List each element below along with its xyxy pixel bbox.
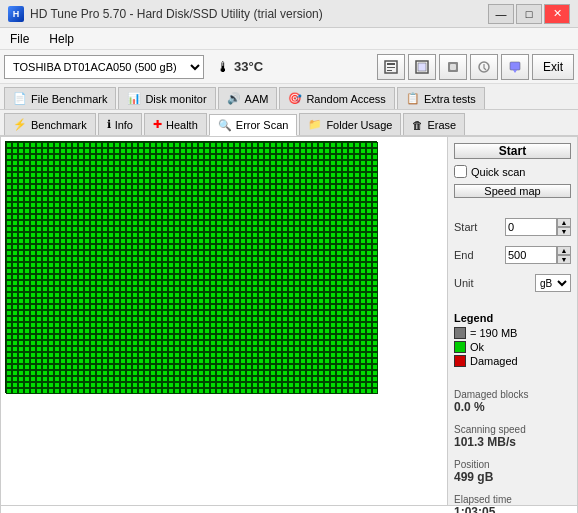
speed-map-button[interactable]: Speed map bbox=[454, 184, 571, 198]
temp-icon: 🌡 bbox=[216, 59, 230, 75]
start-field-label: Start bbox=[454, 221, 477, 233]
start-button[interactable]: Start bbox=[454, 143, 571, 159]
damaged-blocks-value: 0.0 % bbox=[454, 400, 571, 414]
tab-erase-icon: 🗑 bbox=[412, 119, 423, 131]
legend-item-ok: Ok bbox=[454, 341, 571, 353]
svg-rect-3 bbox=[387, 70, 392, 71]
tab-folder-usage-icon: 📁 bbox=[308, 118, 322, 131]
temp-value: 33°C bbox=[234, 59, 263, 74]
legend-box-damaged bbox=[454, 355, 466, 367]
position-label: Position bbox=[454, 459, 571, 470]
damaged-blocks-label: Damaged blocks bbox=[454, 389, 571, 400]
start-field-wrap: ▲ ▼ bbox=[505, 218, 571, 236]
right-panel: Start Quick scan Speed map Start ▲ ▼ End bbox=[447, 137, 577, 505]
tab-extra-tests[interactable]: 📋 Extra tests bbox=[397, 87, 485, 109]
title-bar: H HD Tune Pro 5.70 - Hard Disk/SSD Utili… bbox=[0, 0, 578, 28]
toolbar-btn-2[interactable] bbox=[408, 54, 436, 80]
menu-help[interactable]: Help bbox=[45, 30, 78, 48]
tab-benchmark[interactable]: ⚡ Benchmark bbox=[4, 113, 96, 135]
tab-disk-monitor-icon: 📊 bbox=[127, 92, 141, 105]
tab-folder-usage-label: Folder Usage bbox=[326, 119, 392, 131]
toolbar-btn-1[interactable] bbox=[377, 54, 405, 80]
tab-folder-usage[interactable]: 📁 Folder Usage bbox=[299, 113, 401, 135]
toolbar-btn-3[interactable] bbox=[439, 54, 467, 80]
toolbar-buttons: Exit bbox=[377, 54, 574, 80]
menu-bar: File Help bbox=[0, 28, 578, 50]
tab-info[interactable]: ℹ Info bbox=[98, 113, 142, 135]
maximize-button[interactable]: □ bbox=[516, 4, 542, 24]
tab-info-icon: ℹ bbox=[107, 118, 111, 131]
start-spin-up[interactable]: ▲ bbox=[557, 218, 571, 227]
menu-file[interactable]: File bbox=[6, 30, 33, 48]
title-text: HD Tune Pro 5.70 - Hard Disk/SSD Utility… bbox=[30, 7, 323, 21]
scan-grid-area bbox=[1, 137, 447, 505]
unit-field-row: Unit gB MB bbox=[454, 274, 571, 292]
tab-file-benchmark-icon: 📄 bbox=[13, 92, 27, 105]
end-spin-buttons: ▲ ▼ bbox=[557, 246, 571, 264]
end-field-wrap: ▲ ▼ bbox=[505, 246, 571, 264]
end-spin-up[interactable]: ▲ bbox=[557, 246, 571, 255]
position-section: Position 499 gB bbox=[454, 459, 571, 484]
legend-item-damaged: Damaged bbox=[454, 355, 571, 367]
legend-box-size bbox=[454, 327, 466, 339]
tab-erase[interactable]: 🗑 Erase bbox=[403, 113, 465, 135]
end-field-row: End ▲ ▼ bbox=[454, 246, 571, 264]
start-field-row: Start ▲ ▼ bbox=[454, 218, 571, 236]
tab-error-scan-label: Error Scan bbox=[236, 119, 289, 131]
toolbar: TOSHIBA DT01ACA050 (500 gB) 🌡 33°C Exit bbox=[0, 50, 578, 84]
legend-label-damaged: Damaged bbox=[470, 355, 518, 367]
elapsed-time-section: Elapsed time 1:03:05 bbox=[454, 494, 571, 513]
exit-button[interactable]: Exit bbox=[532, 54, 574, 80]
temperature-display: 🌡 33°C bbox=[208, 57, 271, 77]
tab-error-scan-icon: 🔍 bbox=[218, 119, 232, 132]
drive-select[interactable]: TOSHIBA DT01ACA050 (500 gB) bbox=[4, 55, 204, 79]
tab-health[interactable]: ✚ Health bbox=[144, 113, 207, 135]
tab-file-benchmark[interactable]: 📄 File Benchmark bbox=[4, 87, 116, 109]
quick-scan-checkbox[interactable] bbox=[454, 165, 467, 178]
svg-rect-9 bbox=[510, 62, 520, 70]
tab-erase-label: Erase bbox=[427, 119, 456, 131]
end-field-input[interactable] bbox=[505, 246, 557, 264]
elapsed-time-value: 1:03:05 bbox=[454, 505, 571, 513]
svg-rect-1 bbox=[387, 63, 395, 65]
tab-random-access-icon: 🎯 bbox=[288, 92, 302, 105]
tab-random-access[interactable]: 🎯 Random Access bbox=[279, 87, 394, 109]
legend-title: Legend bbox=[454, 312, 571, 324]
legend-label-size: = 190 MB bbox=[470, 327, 517, 339]
close-button[interactable]: ✕ bbox=[544, 4, 570, 24]
toolbar-btn-4[interactable] bbox=[470, 54, 498, 80]
tabs-row-2: ⚡ Benchmark ℹ Info ✚ Health 🔍 Error Scan… bbox=[0, 110, 578, 136]
quick-scan-label: Quick scan bbox=[471, 166, 525, 178]
svg-rect-7 bbox=[450, 64, 456, 70]
scanning-speed-label: Scanning speed bbox=[454, 424, 571, 435]
tab-health-label: Health bbox=[166, 119, 198, 131]
tab-disk-monitor[interactable]: 📊 Disk monitor bbox=[118, 87, 215, 109]
end-field-label: End bbox=[454, 249, 474, 261]
app-icon: H bbox=[8, 6, 24, 22]
legend-box-ok bbox=[454, 341, 466, 353]
start-field-input[interactable] bbox=[505, 218, 557, 236]
damaged-blocks-section: Damaged blocks 0.0 % bbox=[454, 389, 571, 414]
end-spin-down[interactable]: ▼ bbox=[557, 255, 571, 264]
legend-item-size: = 190 MB bbox=[454, 327, 571, 339]
grid-cell bbox=[372, 388, 378, 394]
elapsed-time-label: Elapsed time bbox=[454, 494, 571, 505]
tab-health-icon: ✚ bbox=[153, 118, 162, 131]
tab-benchmark-label: Benchmark bbox=[31, 119, 87, 131]
start-spin-down[interactable]: ▼ bbox=[557, 227, 571, 236]
tab-extra-tests-icon: 📋 bbox=[406, 92, 420, 105]
tabs-row-1: 📄 File Benchmark 📊 Disk monitor 🔊 AAM 🎯 … bbox=[0, 84, 578, 110]
svg-rect-2 bbox=[387, 67, 395, 68]
tab-aam-label: AAM bbox=[245, 93, 269, 105]
scanning-speed-value: 101.3 MB/s bbox=[454, 435, 571, 449]
tab-benchmark-icon: ⚡ bbox=[13, 118, 27, 131]
tab-aam[interactable]: 🔊 AAM bbox=[218, 87, 278, 109]
main-content: Start Quick scan Speed map Start ▲ ▼ End bbox=[0, 136, 578, 506]
svg-rect-5 bbox=[418, 63, 426, 71]
quick-scan-row: Quick scan bbox=[454, 165, 571, 178]
tab-random-access-label: Random Access bbox=[306, 93, 385, 105]
minimize-button[interactable]: — bbox=[488, 4, 514, 24]
toolbar-btn-5[interactable] bbox=[501, 54, 529, 80]
tab-error-scan[interactable]: 🔍 Error Scan bbox=[209, 114, 298, 136]
unit-select[interactable]: gB MB bbox=[535, 274, 571, 292]
